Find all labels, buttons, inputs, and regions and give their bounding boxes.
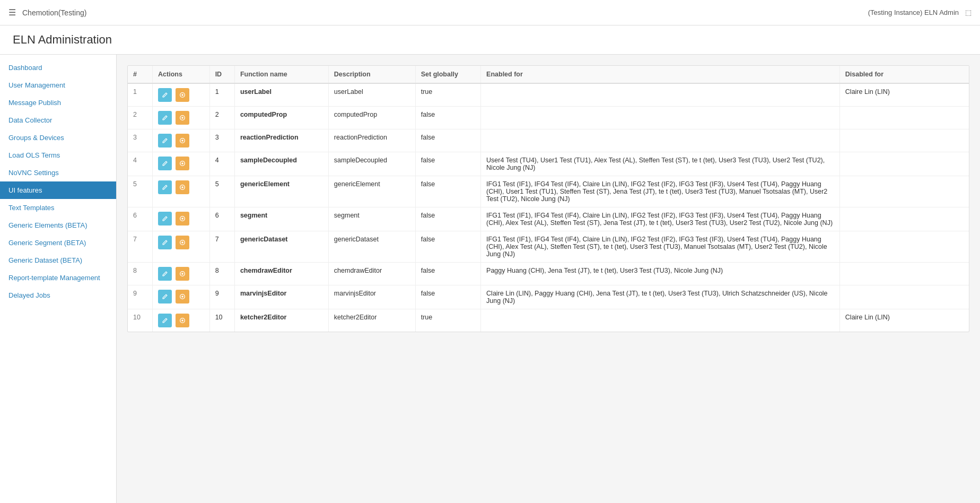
edit-button[interactable]: [158, 88, 172, 102]
delete-button[interactable]: [176, 157, 189, 170]
edit-button[interactable]: [158, 111, 172, 125]
edit-button[interactable]: [158, 180, 172, 194]
delete-button[interactable]: [176, 88, 189, 102]
sidebar-item-user-management[interactable]: User Management: [0, 76, 116, 94]
edit-button[interactable]: [158, 267, 172, 281]
layout: Dashboard User Management Message Publis…: [0, 55, 980, 503]
cell-disabled-for: [839, 285, 969, 309]
cell-set-globally: true: [415, 309, 480, 332]
hamburger-icon[interactable]: ☰: [8, 7, 16, 18]
col-actions: Actions: [153, 66, 210, 83]
col-id: ID: [209, 66, 234, 83]
cell-id: 3: [209, 129, 234, 152]
delete-button[interactable]: [176, 212, 189, 226]
cell-set-globally: false: [415, 285, 480, 309]
cell-disabled-for: [839, 107, 969, 129]
sidebar: Dashboard User Management Message Publis…: [0, 55, 117, 503]
delete-button[interactable]: [176, 267, 189, 281]
cell-description: sampleDecoupled: [328, 152, 415, 176]
cell-description: genericElement: [328, 176, 415, 207]
sidebar-item-message-publish[interactable]: Message Publish: [0, 94, 116, 111]
cell-set-globally: false: [415, 231, 480, 263]
sidebar-item-generic-dataset[interactable]: Generic Dataset (BETA): [0, 252, 116, 269]
cell-description: marvinjsEditor: [328, 285, 415, 309]
sidebar-item-delayed-jobs[interactable]: Delayed Jobs: [0, 287, 116, 304]
delete-button[interactable]: [176, 180, 189, 194]
edit-button[interactable]: [158, 236, 172, 249]
table-header-row: # Actions ID Function name Description S…: [128, 66, 969, 83]
edit-button[interactable]: [158, 157, 172, 170]
topbar-left: ☰ Chemotion(Testing): [8, 7, 86, 18]
cell-num: 4: [128, 152, 153, 176]
cell-function-name: userLabel: [234, 83, 328, 107]
cell-disabled-for: [839, 231, 969, 263]
col-enabled-for: Enabled for: [481, 66, 840, 83]
svg-point-3: [181, 117, 183, 118]
cell-enabled-for: User4 Test (TU4), User1 Test (TU1), Alex…: [481, 152, 840, 176]
table-row: 5 5 genericElement genericElement false: [128, 176, 969, 207]
cell-num: 5: [128, 176, 153, 207]
cell-enabled-for: [481, 129, 840, 152]
cell-set-globally: true: [415, 83, 480, 107]
col-num: #: [128, 66, 153, 83]
table-row: 4 4 sampleDecoupled sampleDecoupled fals…: [128, 152, 969, 176]
sidebar-item-novnc-settings[interactable]: NoVNC Settings: [0, 164, 116, 181]
topbar: ☰ Chemotion(Testing) (Testing Instance) …: [0, 0, 980, 25]
cell-disabled-for: Claire Lin (LIN): [839, 83, 969, 107]
delete-button[interactable]: [176, 236, 189, 249]
ui-features-table: # Actions ID Function name Description S…: [128, 66, 969, 332]
cell-id: 5: [209, 176, 234, 207]
logout-icon[interactable]: ⬚: [965, 8, 972, 16]
cell-set-globally: false: [415, 176, 480, 207]
edit-button[interactable]: [158, 134, 172, 148]
sidebar-item-report-template[interactable]: Report-template Management: [0, 269, 116, 287]
delete-button[interactable]: [176, 134, 189, 148]
sidebar-item-data-collector[interactable]: Data Collector: [0, 111, 116, 129]
svg-point-13: [181, 241, 183, 243]
cell-enabled-for: IFG1 Test (IF1), IFG4 Test (IF4), Claire…: [481, 231, 840, 263]
edit-button[interactable]: [158, 290, 172, 303]
cell-set-globally: false: [415, 207, 480, 231]
delete-button[interactable]: [176, 111, 189, 125]
sidebar-item-groups-devices[interactable]: Groups & Devices: [0, 129, 116, 146]
edit-button[interactable]: [158, 212, 172, 226]
sidebar-item-ui-features[interactable]: UI features: [0, 181, 116, 199]
svg-point-11: [181, 218, 183, 219]
delete-button[interactable]: [176, 314, 189, 327]
sidebar-item-text-templates[interactable]: Text Templates: [0, 199, 116, 216]
cell-enabled-for: Paggy Huang (CHI), Jena Test (JT), te t …: [481, 263, 840, 285]
cell-id: 10: [209, 309, 234, 332]
cell-enabled-for: Claire Lin (LIN), Paggy Huang (CHI), Jen…: [481, 285, 840, 309]
topbar-right: (Testing Instance) ELN Admin ⬚: [868, 8, 972, 16]
cell-function-name: sampleDecoupled: [234, 152, 328, 176]
cell-num: 7: [128, 231, 153, 263]
cell-function-name: genericDataset: [234, 231, 328, 263]
cell-disabled-for: Claire Lin (LIN): [839, 309, 969, 332]
sidebar-item-generic-elements[interactable]: Generic Elements (BETA): [0, 216, 116, 234]
cell-enabled-for: [481, 83, 840, 107]
cell-description: genericDataset: [328, 231, 415, 263]
sidebar-item-dashboard[interactable]: Dashboard: [0, 59, 116, 76]
svg-point-19: [181, 319, 183, 321]
cell-id: 8: [209, 263, 234, 285]
sidebar-item-generic-segment[interactable]: Generic Segment (BETA): [0, 234, 116, 252]
sidebar-item-load-ols-terms[interactable]: Load OLS Terms: [0, 146, 116, 164]
cell-disabled-for: [839, 129, 969, 152]
cell-num: 2: [128, 107, 153, 129]
table-row: 1 1 userLabel userLabel true C: [128, 83, 969, 107]
cell-num: 1: [128, 83, 153, 107]
cell-function-name: computedProp: [234, 107, 328, 129]
edit-button[interactable]: [158, 314, 172, 327]
col-description: Description: [328, 66, 415, 83]
cell-num: 9: [128, 285, 153, 309]
user-label: (Testing Instance) ELN Admin: [868, 8, 959, 16]
table-row: 2 2 computedProp computedProp false: [128, 107, 969, 129]
delete-button[interactable]: [176, 290, 189, 303]
svg-point-9: [181, 186, 183, 188]
cell-function-name: reactionPrediction: [234, 129, 328, 152]
svg-point-15: [181, 273, 183, 274]
cell-enabled-for: IFG1 Test (IF1), IFG4 Test (IF4), Claire…: [481, 176, 840, 207]
cell-description: chemdrawEditor: [328, 263, 415, 285]
cell-num: 3: [128, 129, 153, 152]
cell-id: 6: [209, 207, 234, 231]
